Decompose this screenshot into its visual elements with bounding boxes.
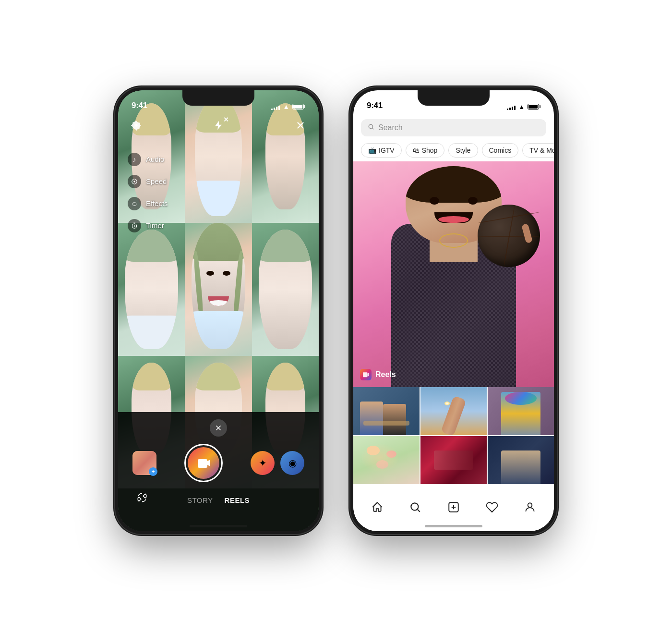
signal-bar-4: [278, 106, 280, 110]
search-bar-area: Search: [353, 114, 554, 140]
cam-capture-row: +: [128, 444, 309, 482]
left-battery: [292, 104, 305, 110]
flash-btn[interactable]: ✕: [210, 117, 227, 134]
thumb-4[interactable]: [353, 436, 420, 484]
reels-capture-icon: [196, 455, 211, 471]
reels-person: [391, 185, 516, 387]
sig-bar-2: [509, 108, 511, 110]
right-wifi-icon: ▲: [518, 103, 525, 110]
category-tabs: 📺 IGTV 🛍 Shop Style Comics TV & Movie: [353, 140, 554, 161]
svg-point-6: [369, 124, 372, 128]
effects-menu-item[interactable]: ☺ Effects: [128, 197, 168, 210]
right-status-icons: ▲: [507, 103, 540, 110]
igtv-icon: 📺: [368, 146, 376, 154]
thumb-5[interactable]: [420, 436, 487, 484]
igtv-tab[interactable]: 📺 IGTV: [361, 143, 402, 158]
cam-effects-btns: ✦ ◉: [251, 451, 304, 475]
gallery-plus-icon: +: [149, 467, 157, 476]
reels-tab[interactable]: REELS: [225, 496, 250, 504]
svg-point-11: [528, 503, 532, 507]
close-camera-btn[interactable]: [292, 117, 309, 134]
reels-text: Reels: [375, 370, 396, 379]
right-notch: [418, 90, 490, 106]
audio-menu-item[interactable]: ♪ Audio: [128, 153, 168, 166]
thumb-1[interactable]: [353, 387, 420, 435]
sig-bar-4: [514, 106, 516, 110]
cam-mode-tabs: STORY REELS: [187, 496, 250, 504]
right-signal: [507, 103, 516, 110]
reels-play-icon: [362, 371, 369, 378]
effects-icon: ☺: [128, 197, 141, 210]
activity-btn[interactable]: [482, 498, 502, 517]
cam-side-menu: ♪ Audio Speed ☺ Ef: [128, 153, 168, 232]
timer-label: Timer: [146, 221, 164, 230]
style-label: Style: [456, 146, 470, 154]
right-home-indicator: [425, 525, 482, 527]
comics-tab[interactable]: Comics: [482, 143, 519, 158]
capture-button-inner: [188, 447, 219, 479]
profile-btn[interactable]: [520, 498, 540, 517]
svg-rect-7: [363, 372, 367, 377]
speed-icon: [128, 175, 141, 188]
audio-label: Audio: [146, 155, 164, 163]
timer-menu-item[interactable]: Timer: [128, 219, 168, 232]
svg-point-2: [133, 181, 135, 183]
search-icon: [368, 123, 374, 132]
home-nav-btn[interactable]: [368, 498, 387, 517]
reels-label: Reels: [360, 369, 396, 380]
left-status-icons: ▲: [271, 103, 305, 110]
speed-label: Speed: [146, 177, 167, 185]
mode-tabs-row: STORY REELS: [128, 488, 309, 507]
gallery-thumb-area: +: [132, 451, 156, 475]
galaxy-effect-btn[interactable]: ◉: [280, 451, 304, 475]
signal-bar-2: [274, 108, 275, 110]
svg-marker-5: [207, 460, 210, 466]
thumb-grid: [353, 387, 554, 484]
left-wifi-icon: ▲: [283, 103, 289, 110]
speed-menu-item[interactable]: Speed: [128, 175, 168, 188]
timer-icon: [128, 219, 141, 232]
sparkle-effect-btn[interactable]: ✦: [251, 451, 275, 475]
sig-bar-1: [507, 109, 508, 110]
story-tab[interactable]: STORY: [187, 496, 213, 504]
thumb-2[interactable]: [420, 387, 487, 435]
signal-bar-1: [271, 109, 273, 110]
shop-label: Shop: [422, 146, 438, 154]
right-time: 9:41: [367, 101, 383, 110]
comics-label: Comics: [489, 146, 512, 154]
cam-top-bar: ✕: [118, 117, 319, 134]
thumb-3[interactable]: [488, 387, 554, 435]
shop-icon: 🛍: [413, 146, 420, 154]
capture-button[interactable]: [184, 444, 223, 482]
cam-bottom-area: +: [118, 412, 319, 531]
sig-bar-3: [512, 107, 513, 110]
svg-point-9: [411, 503, 419, 510]
igtv-label: IGTV: [379, 146, 395, 154]
cam-x-btn[interactable]: [210, 419, 227, 437]
search-bar[interactable]: Search: [361, 119, 546, 136]
flash-x-icon: ✕: [223, 116, 229, 123]
right-phone: 9:41 ▲: [350, 87, 557, 534]
left-signal: [271, 103, 280, 110]
reels-main-image: Reels: [353, 161, 554, 387]
audio-icon: ♪: [128, 153, 141, 166]
left-notch: [182, 90, 254, 106]
right-battery: [528, 104, 540, 110]
svg-marker-8: [368, 373, 369, 376]
new-post-btn[interactable]: [444, 498, 463, 517]
left-phone: 9:41 ▲: [115, 87, 322, 534]
search-nav-btn[interactable]: [406, 498, 425, 517]
thumb-6[interactable]: [488, 436, 554, 484]
tv-label: TV & Movie: [529, 146, 554, 154]
cam-x-row: [128, 419, 309, 437]
settings-btn[interactable]: [128, 117, 145, 134]
camera-controls: ✕ ♪ Audio: [118, 90, 319, 531]
flip-camera-btn[interactable]: [132, 488, 152, 507]
shop-tab[interactable]: 🛍 Shop: [406, 143, 445, 158]
signal-bar-3: [276, 107, 277, 110]
reels-icon: [360, 369, 372, 380]
effects-label: Effects: [146, 199, 168, 207]
style-tab[interactable]: Style: [448, 143, 478, 158]
explore-content: Search 📺 IGTV 🛍 Shop Style: [353, 114, 554, 531]
tv-movies-tab[interactable]: TV & Movie: [522, 143, 554, 158]
